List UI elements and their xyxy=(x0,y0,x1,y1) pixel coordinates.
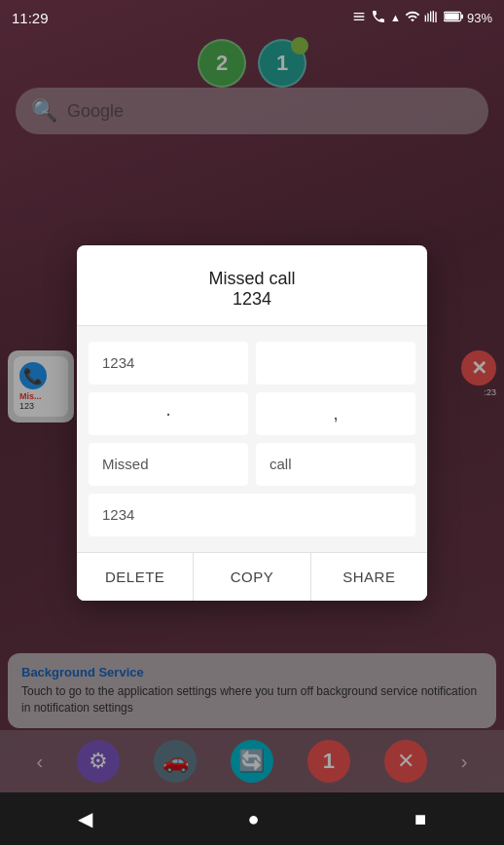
svg-rect-2 xyxy=(445,13,459,19)
signal-icon xyxy=(424,9,440,27)
dialog-title: Missed call 1234 xyxy=(96,269,408,310)
nav-recent-button[interactable]: ■ xyxy=(414,808,426,830)
status-icons: ▲ 93% xyxy=(351,9,492,27)
dialog-cell-empty-1 xyxy=(256,342,415,385)
dialog-title-area: Missed call 1234 xyxy=(77,245,427,326)
wifi-icon xyxy=(405,9,420,27)
dialog-cell-number-bottom: 1234 xyxy=(89,494,415,536)
upload-icon: ▲ xyxy=(390,12,401,23)
delete-button[interactable]: DELETE xyxy=(77,553,194,601)
nav-bar: ◀ ● ■ xyxy=(0,792,504,845)
battery-icon xyxy=(444,11,463,25)
dialog-row-2: · , xyxy=(89,392,415,435)
status-time: 11:29 xyxy=(12,10,49,26)
missed-call-dialog: Missed call 1234 1234 · , Missed call xyxy=(77,245,427,601)
missed-call-icon xyxy=(371,9,386,27)
dialog-content: 1234 · , Missed call 1234 xyxy=(77,326,427,552)
dialog-row-4: 1234 xyxy=(89,494,415,536)
status-bar: 11:29 ▲ 93% xyxy=(0,0,504,35)
dialog-cell-number: 1234 xyxy=(89,342,248,385)
dialog-cell-call: call xyxy=(256,443,415,486)
share-button[interactable]: SHARE xyxy=(311,553,427,601)
dialog-cell-dot1: · xyxy=(89,392,248,435)
notification-icon xyxy=(351,9,367,27)
dialog-overlay: Missed call 1234 1234 · , Missed call xyxy=(0,0,504,845)
dialog-row-3: Missed call xyxy=(89,443,415,486)
nav-back-button[interactable]: ◀ xyxy=(78,807,92,830)
dialog-cell-dot2: , xyxy=(256,392,415,435)
battery-percent: 93% xyxy=(467,11,492,25)
nav-home-button[interactable]: ● xyxy=(247,808,259,830)
dialog-cell-missed: Missed xyxy=(89,443,248,486)
svg-rect-1 xyxy=(461,14,463,18)
dialog-row-1: 1234 xyxy=(89,342,415,385)
dialog-actions: DELETE COPY SHARE xyxy=(77,552,427,601)
copy-button[interactable]: COPY xyxy=(194,553,310,601)
